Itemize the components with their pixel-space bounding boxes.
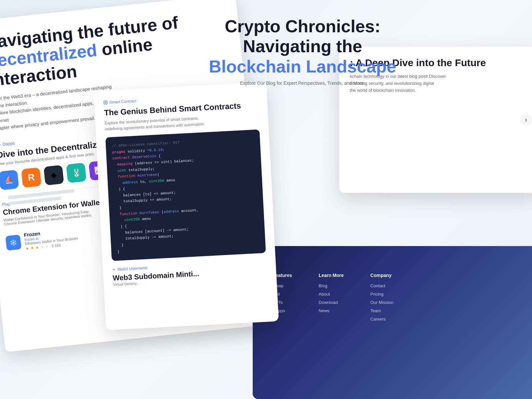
footer-company-col: Company Contact Pricing Our Mission Team…: [370, 273, 393, 325]
dapps-tag: Dapps: [0, 140, 15, 147]
star2: ★: [30, 245, 34, 250]
code-block: // SPDX-License-Identifier: MIT pragma s…: [105, 129, 266, 261]
svg-point-0: [0, 142, 0, 147]
app-icon-dark[interactable]: ◆: [44, 165, 64, 186]
footer-link-download[interactable]: Download: [319, 300, 343, 305]
web3-section: ✦ Web3 Username Web3 Subdomain Minti... …: [112, 258, 267, 287]
footer-link-news[interactable]: News: [319, 308, 343, 313]
blog-title-line2: Blockchain Landscape: [186, 57, 419, 76]
footer-company-title: Company: [370, 273, 393, 278]
footer-link-mission[interactable]: Our Mission: [370, 300, 393, 305]
star1: ★: [25, 246, 29, 251]
app-icon-rarible[interactable]: R: [21, 167, 42, 188]
app-icon-teal[interactable]: 🐰: [66, 163, 87, 183]
blog-subtitle: Explore Our Blog for Expert Perspectives…: [186, 80, 419, 86]
footer-learn-title: Learn More: [319, 273, 343, 278]
blog-header: Crypto Chronicles: Navigating the Blockc…: [173, 3, 432, 96]
footer-link-team[interactable]: Team: [370, 308, 393, 313]
footer-link-pricing[interactable]: Pricing: [370, 292, 393, 297]
footer-link-contact[interactable]: Contact: [370, 283, 393, 288]
app-icon-opensea[interactable]: ⛵: [0, 170, 19, 190]
blog-next-arrow[interactable]: ›: [520, 114, 532, 126]
footer-columns: Features Swap Sell NFTs Dapps Learn More…: [273, 273, 519, 325]
footer-panel: Features Swap Sell NFTs Dapps Learn More…: [253, 246, 532, 399]
smart-tag-label: Smart Contract: [109, 98, 136, 104]
rating-count: 3.165: [51, 243, 61, 248]
footer-link-about[interactable]: About: [319, 292, 343, 297]
footer-link-blog[interactable]: Blog: [319, 283, 343, 288]
star3: ★: [35, 245, 39, 250]
web3-tag-label: Web3 Username: [117, 266, 147, 272]
wallet-info: Frozen frozen.io Ethereum Wallet in Your…: [24, 226, 79, 251]
wallet-icon: ❄️: [5, 235, 21, 251]
star5: ★: [45, 244, 49, 249]
smart-contract-tag: Smart Contract: [103, 98, 136, 105]
footer-learn-col: Learn More Blog About Download News: [319, 273, 343, 325]
gray-bar-1: [8, 189, 74, 199]
web3-tag: ✦ Web3 Username: [112, 266, 147, 272]
blog-title-line1: Crypto Chronicles: Navigating the: [186, 17, 419, 57]
footer-link-careers[interactable]: Careers: [370, 317, 393, 322]
middle-panel: Smart Contract The Genius Behind Smart C…: [94, 82, 279, 330]
star4: ★: [40, 244, 44, 249]
